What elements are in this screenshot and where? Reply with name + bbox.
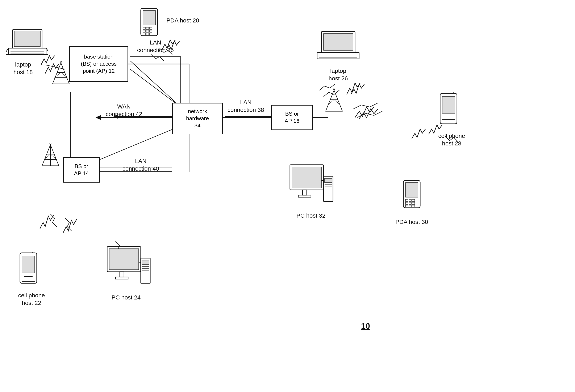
svg-rect-93 [406,205,408,207]
svg-rect-105 [116,277,128,279]
svg-rect-89 [412,199,415,201]
svg-rect-25 [146,33,149,35]
figure-ref-label: 10 [353,321,378,331]
svg-rect-87 [406,199,408,201]
wireless-ap14-pc24-icon [61,214,78,235]
bs-ap-12-label: base station (BS) or access point (AP) 1… [81,53,117,74]
svg-line-71 [50,154,57,159]
bs-ap-16-tower-icon [324,88,345,116]
svg-rect-95 [412,205,415,207]
svg-rect-78 [298,195,311,197]
cell-phone-host-22-icon [17,252,40,288]
svg-rect-104 [120,272,124,277]
svg-rect-61 [442,97,455,113]
network-diagram: laptop host 18 PDA host 20 [0,0,575,392]
wireless-cellphone28b-icon [427,122,443,136]
svg-rect-21 [143,30,145,32]
pc-host-32-label: PC host 32 [292,212,330,219]
svg-rect-80 [325,178,332,183]
svg-rect-92 [412,202,415,204]
svg-rect-88 [409,199,411,201]
bs-ap-14-tower-icon [40,143,61,171]
svg-line-1 [130,69,181,107]
svg-rect-11 [14,31,40,46]
pda-host-20-label: PDA host 20 [166,17,200,24]
svg-line-70 [44,154,50,159]
pc-host-32-icon [288,164,334,206]
bs-ap-12-tower-icon [50,61,72,89]
svg-line-31 [55,72,61,78]
pc-host-24-icon [105,245,151,288]
svg-rect-94 [409,205,411,207]
svg-rect-103 [109,249,139,270]
laptop-host-26-icon [315,29,361,64]
svg-rect-24 [143,33,145,35]
wan-connection-42-label: WAN connection 42 [103,103,145,118]
svg-line-50 [334,100,340,105]
pda-host-20-icon [137,6,162,43]
svg-rect-26 [150,33,152,35]
laptop-host-18-label: laptop host 18 [6,61,40,76]
svg-rect-76 [292,167,321,188]
svg-rect-77 [303,190,307,195]
svg-rect-17 [143,10,155,25]
wireless-bs16-laptop26-icon [345,80,365,97]
svg-rect-97 [22,256,35,273]
bs-ap-14-label: BS or AP 14 [74,163,89,177]
svg-line-51 [333,88,334,90]
svg-rect-18 [143,27,145,29]
wireless-cellphone28-icon [410,126,427,141]
svg-rect-56 [317,52,359,59]
svg-rect-107 [142,260,149,264]
bs-ap-12-box: base station (BS) or access point (AP) 1… [69,46,128,82]
pda-host-30-label: PDA host 30 [393,218,431,226]
svg-line-49 [328,100,334,105]
svg-marker-39 [96,115,101,120]
svg-line-73 [50,143,51,145]
svg-rect-19 [146,27,149,29]
svg-line-32 [61,72,67,78]
bs-ap-16-box: BS or AP 16 [271,105,313,130]
network-hardware-34-box: network hardware 34 [172,103,223,134]
pc-host-24-label: PC host 24 [107,294,145,301]
pda-host-30-icon [399,178,424,215]
svg-rect-22 [146,30,149,32]
svg-rect-12 [8,48,46,55]
svg-rect-86 [406,183,418,197]
lan-connection-36-label: LAN connection 36 [134,39,176,54]
network-hardware-34-label: network hardware 34 [186,108,209,129]
svg-line-34 [61,61,62,63]
lan-connection-40-label: LAN connection 40 [120,157,162,173]
svg-line-52 [334,88,335,90]
svg-rect-90 [406,202,408,204]
svg-rect-20 [150,27,152,29]
bs-ap-16-label: BS or AP 16 [285,110,299,125]
svg-line-33 [60,61,61,63]
svg-line-72 [49,143,50,145]
svg-rect-23 [150,30,152,32]
svg-rect-55 [324,34,353,50]
svg-rect-91 [409,202,411,204]
lan-connection-38-label: LAN connection 38 [225,99,267,114]
wireless-bs16-cell28-icon [353,105,384,122]
svg-line-2 [130,61,181,107]
cell-phone-host-22-label: cell phone host 22 [13,292,50,307]
wireless-ap14-cellphone22-icon [38,210,55,231]
bs-ap-14-box: BS or AP 14 [63,157,100,183]
